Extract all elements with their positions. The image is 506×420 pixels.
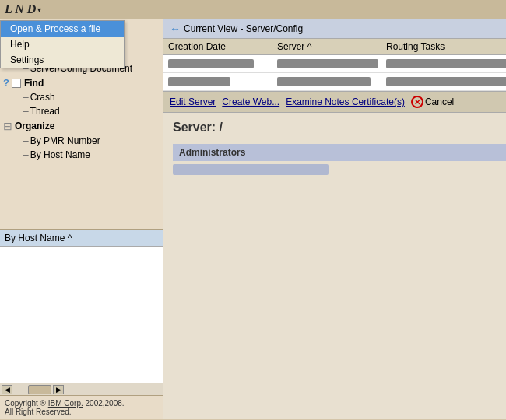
title-bar: L N D ▾ <box>0 0 506 19</box>
copyright-line1: Copyright ® IBM Corp. 2002,2008. <box>5 399 158 408</box>
cell-blurred <box>386 77 506 86</box>
tree-dashes: – <box>23 92 29 103</box>
cancel-btn[interactable]: ✕ Cancel <box>411 96 454 108</box>
tree-item-find[interactable]: ? Find <box>0 75 163 90</box>
tree-dashes: – <box>23 135 29 146</box>
scroll-left-btn[interactable]: ◀ <box>2 385 12 394</box>
tree-label-by-pmr: By PMR Number <box>30 135 100 146</box>
tree-item-by-host[interactable]: – By Host Name <box>0 148 163 162</box>
right-panel: ↔ Current View - Server/Config Creation … <box>163 19 506 419</box>
tree-item-thread[interactable]: – Thread <box>0 104 163 118</box>
administrators-bar: Administrators <box>173 144 506 161</box>
create-web-btn[interactable]: Create Web... <box>222 96 279 107</box>
tree-label-thread: Thread <box>30 106 60 117</box>
server-label: Server: / <box>173 121 506 135</box>
table-cell-server-1 <box>272 55 381 72</box>
cancel-x-icon: ✕ <box>411 96 423 108</box>
cell-blurred <box>386 59 506 68</box>
table-row <box>163 55 506 73</box>
tree-label-crash: Crash <box>30 92 55 103</box>
ibm-link[interactable]: IBM Corp. <box>48 399 83 408</box>
col-header-routing[interactable]: Routing Tasks <box>381 39 506 54</box>
detail-content: Server: / Administrators <box>163 113 506 419</box>
current-view-header: ↔ Current View - Server/Config <box>163 19 506 39</box>
find-icon: ? <box>3 77 9 89</box>
examine-notes-btn[interactable]: Examine Notes Certificate(s) <box>286 96 405 107</box>
app-logo: L N D <box>5 2 36 16</box>
organize-icon: ⊟ <box>3 120 12 132</box>
table-cell-routing-2 <box>381 73 506 90</box>
copyright-line2: All Right Reserved. <box>5 408 158 416</box>
table-cell-server-2 <box>272 73 381 90</box>
scrollbar-area: ◀ ▶ <box>0 383 163 395</box>
scroll-right-btn[interactable]: ▶ <box>53 385 64 394</box>
detail-toolbar: Edit Server Create Web... Examine Notes … <box>163 91 506 113</box>
dropdown-menu: Open & Process a file Help Settings <box>0 20 125 68</box>
tree-dashes: – <box>23 149 29 160</box>
dropdown-arrow[interactable]: ▾ <box>37 5 41 14</box>
cell-blurred <box>277 77 371 86</box>
current-view-label: Current View - Server/Config <box>184 23 303 34</box>
menu-item-settings[interactable]: Settings <box>1 52 124 68</box>
horizontal-scrollbar[interactable] <box>28 385 51 394</box>
view-icon: ↔ <box>170 23 181 35</box>
col-header-creation[interactable]: Creation Date <box>163 39 272 54</box>
table-header: Creation Date Server ^ Routing Tasks <box>163 39 506 55</box>
table-cell-routing-1 <box>381 55 506 72</box>
table-cell-creation-2 <box>163 73 272 90</box>
menu-item-open-process[interactable]: Open & Process a file <box>1 21 124 37</box>
bottom-list-content[interactable] <box>0 247 163 383</box>
admin-blurred <box>173 164 329 175</box>
find-expand[interactable] <box>12 79 21 88</box>
left-panel: – NSD: Filter – Memory Dump – Semaphore … <box>0 19 163 419</box>
tree-item-by-pmr[interactable]: – By PMR Number <box>0 134 163 148</box>
tree-label-find: Find <box>24 78 44 89</box>
copyright: Copyright ® IBM Corp. 2002,2008. All Rig… <box>0 395 163 419</box>
edit-server-btn[interactable]: Edit Server <box>170 96 216 107</box>
menu-item-help[interactable]: Help <box>1 37 124 52</box>
cell-blurred <box>168 59 254 68</box>
bottom-list-panel: By Host Name ^ ◀ ▶ <box>0 229 163 395</box>
tree-label-by-host: By Host Name <box>30 149 90 160</box>
cell-blurred <box>168 77 230 86</box>
detail-panel: Edit Server Create Web... Examine Notes … <box>163 91 506 419</box>
table-area: Creation Date Server ^ Routing Tasks <box>163 39 506 91</box>
tree-label-organize: Organize <box>15 121 54 131</box>
table-row <box>163 73 506 91</box>
bottom-list-header: By Host Name ^ <box>0 230 163 247</box>
tree-dashes: – <box>23 106 29 117</box>
col-header-server[interactable]: Server ^ <box>272 39 381 54</box>
cancel-label: Cancel <box>425 96 454 107</box>
tree-item-organize[interactable]: ⊟ Organize <box>0 118 163 134</box>
cell-blurred <box>277 59 378 68</box>
tree-item-crash[interactable]: – Crash <box>0 90 163 104</box>
bottom-list-title: By Host Name ^ <box>5 233 72 243</box>
table-cell-creation-1 <box>163 55 272 72</box>
